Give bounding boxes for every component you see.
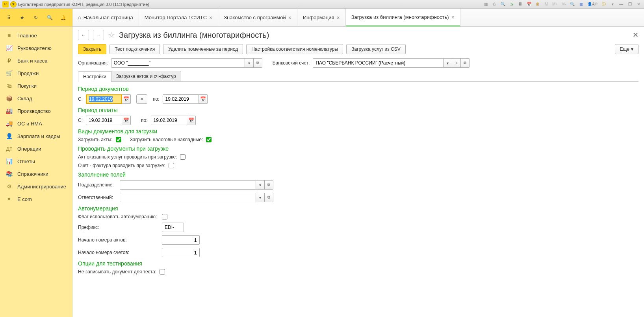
tab-label: Монитор Портала 1С:ИТС xyxy=(145,15,207,20)
bank-label: Банковский счет: xyxy=(273,60,310,66)
sidebar-item[interactable]: 👤Зарплата и кадры xyxy=(0,130,72,142)
doc-period-to-input[interactable] xyxy=(163,94,199,104)
tb-info-icon[interactable]: ⓘ xyxy=(601,1,607,7)
tb-link-icon[interactable]: ⇲ xyxy=(509,1,515,7)
tb-search-icon[interactable]: 🔍 xyxy=(500,1,506,7)
pay-period-from-input[interactable] xyxy=(86,116,122,125)
tb-grid-icon[interactable]: ▦ xyxy=(483,1,489,7)
subtab-settings[interactable]: Настройки xyxy=(78,71,111,82)
bank-account-input[interactable] xyxy=(313,58,444,68)
org-open-icon[interactable]: ⧉ xyxy=(254,58,262,68)
nomenclature-map-button[interactable]: Настройка соответствия номенклатуры xyxy=(246,44,343,54)
tab-close-icon[interactable]: × xyxy=(451,15,455,20)
department-open-icon[interactable]: ⧉ xyxy=(265,180,273,190)
pay-period-to-input[interactable] xyxy=(151,116,187,125)
sidebar-item[interactable]: 📈Руководителю xyxy=(0,42,72,54)
sidebar-item[interactable]: 🏭Производство xyxy=(0,105,72,117)
apps-icon[interactable]: ⠿ xyxy=(6,14,12,21)
bank-clear-icon[interactable]: × xyxy=(452,58,461,68)
search-icon[interactable]: 🔍 xyxy=(46,14,53,21)
tab-label: Загрузка из биллинга (многотарифность) xyxy=(351,14,449,20)
autonum-flag-checkbox[interactable] xyxy=(162,214,167,219)
more-button[interactable]: Еще ▾ xyxy=(615,44,638,54)
window-close-icon[interactable]: ✕ xyxy=(635,1,642,7)
sidebar-item[interactable]: ✦E com xyxy=(0,193,72,205)
responsible-dropdown-icon[interactable]: ▾ xyxy=(256,193,265,202)
tb-mminus-icon[interactable]: M- xyxy=(560,1,567,7)
sidebar-item-icon: 🏭 xyxy=(6,108,13,114)
doc-from-label: С: xyxy=(78,96,83,102)
sidebar-item[interactable]: 📊Отчеты xyxy=(0,155,72,168)
tb-calendar-icon[interactable]: 📅 xyxy=(526,1,532,7)
tab-close-icon[interactable]: × xyxy=(288,15,291,20)
sidebar-item[interactable]: ДтОперации xyxy=(0,142,72,155)
sidebar-item-label: E com xyxy=(17,196,32,202)
department-combo[interactable] xyxy=(120,180,256,190)
calendar-icon[interactable]: 📅 xyxy=(187,116,196,125)
prefix-input[interactable] xyxy=(162,223,184,232)
window-minimize-icon[interactable]: — xyxy=(618,1,624,7)
tb-user[interactable]: 👤АФ xyxy=(586,1,598,7)
tb-zoom-icon[interactable]: 🔍 xyxy=(569,1,575,7)
tab-close-icon[interactable]: × xyxy=(209,15,212,20)
favorite-star-icon[interactable]: ☆ xyxy=(108,30,115,40)
nav-forward-button[interactable]: → xyxy=(93,30,104,40)
page-close-icon[interactable]: ✕ xyxy=(633,31,638,39)
close-button[interactable]: Закрыть xyxy=(78,44,106,54)
sidebar-item[interactable]: ⚙Администрирование xyxy=(0,180,72,193)
sidebar-item[interactable]: 📚Справочники xyxy=(0,168,72,180)
responsible-open-icon[interactable]: ⧉ xyxy=(265,193,273,202)
sidebar-item[interactable]: 🚚ОС и НМА xyxy=(0,117,72,130)
calendar-icon[interactable]: 📅 xyxy=(122,116,131,125)
post-acts-label: Акт оказанных услуг проводить при загруз… xyxy=(78,154,177,160)
test-connection-button[interactable]: Тест подключения xyxy=(109,44,160,54)
post-invoice-checkbox[interactable] xyxy=(169,163,174,168)
invoice-start-input[interactable] xyxy=(162,248,200,257)
org-dropdown-icon[interactable]: ▾ xyxy=(245,58,254,68)
nav-back-button[interactable]: ← xyxy=(78,30,89,40)
tb-panels-icon[interactable]: ▥ xyxy=(578,1,584,7)
calendar-icon[interactable]: 📅 xyxy=(199,94,208,104)
sidebar-item-label: ОС и НМА xyxy=(17,121,42,127)
main-tab[interactable]: ⌂Начальная страница xyxy=(72,9,139,26)
history-icon[interactable]: ↻ xyxy=(33,14,39,21)
acts-start-input[interactable] xyxy=(162,235,200,245)
tb-caret-icon[interactable]: ▾ xyxy=(609,1,616,7)
favorite-icon[interactable]: ★ xyxy=(19,14,26,21)
main-tab[interactable]: Загрузка из биллинга (многотарифность)× xyxy=(346,9,460,26)
window-restore-icon[interactable]: ❐ xyxy=(627,1,633,7)
sidebar-item-label: Отчеты xyxy=(17,158,35,164)
notifications-icon[interactable]: 🔔 xyxy=(60,14,67,21)
post-acts-checkbox[interactable] xyxy=(180,154,186,160)
sidebar-item[interactable]: 🛒Продажи xyxy=(0,67,72,79)
doc-period-from-input[interactable] xyxy=(86,94,122,104)
dropdown-icon[interactable]: ▾ xyxy=(10,1,17,7)
main-tab[interactable]: Монитор Портала 1С:ИТС× xyxy=(139,9,219,26)
department-dropdown-icon[interactable]: ▾ xyxy=(256,180,265,190)
organization-input[interactable] xyxy=(111,58,245,68)
delete-marked-button[interactable]: Удалить помеченные за период xyxy=(163,44,243,54)
bank-dropdown-icon[interactable]: ▾ xyxy=(444,58,452,68)
load-acts-checkbox[interactable] xyxy=(116,137,121,142)
no-write-checkbox[interactable] xyxy=(160,269,165,275)
sidebar-item[interactable]: 🛍Покупки xyxy=(0,79,72,92)
sidebar-item[interactable]: ₽Банк и касса xyxy=(0,54,72,67)
responsible-combo[interactable] xyxy=(120,193,256,202)
copy-date-button[interactable]: > xyxy=(136,94,147,104)
load-tax-checkbox[interactable] xyxy=(206,137,212,142)
calendar-icon[interactable]: 📅 xyxy=(122,94,131,104)
load-acts-label: Загрузить акты: xyxy=(78,137,113,142)
bank-open-icon[interactable]: ⧉ xyxy=(461,58,470,68)
load-csv-button[interactable]: Загрузка услуг из CSV xyxy=(346,44,406,54)
sidebar-item[interactable]: 📦Склад xyxy=(0,92,72,105)
tab-close-icon[interactable]: × xyxy=(337,15,340,20)
tb-print-icon[interactable]: ⎙ xyxy=(491,1,497,7)
tb-schedule-icon[interactable]: 🗓 xyxy=(535,1,541,7)
sidebar-item[interactable]: ≡Главное xyxy=(0,29,72,42)
subtab-load-acts[interactable]: Загрузка актов и сч-фактур xyxy=(111,71,181,81)
main-tab[interactable]: Знакомство с программой× xyxy=(218,9,297,26)
tb-mplus-icon[interactable]: M+ xyxy=(552,1,558,7)
tb-m-icon[interactable]: M xyxy=(543,1,549,7)
main-tab[interactable]: Информация× xyxy=(297,9,346,26)
tb-calc-icon[interactable]: 🖩 xyxy=(517,1,523,7)
